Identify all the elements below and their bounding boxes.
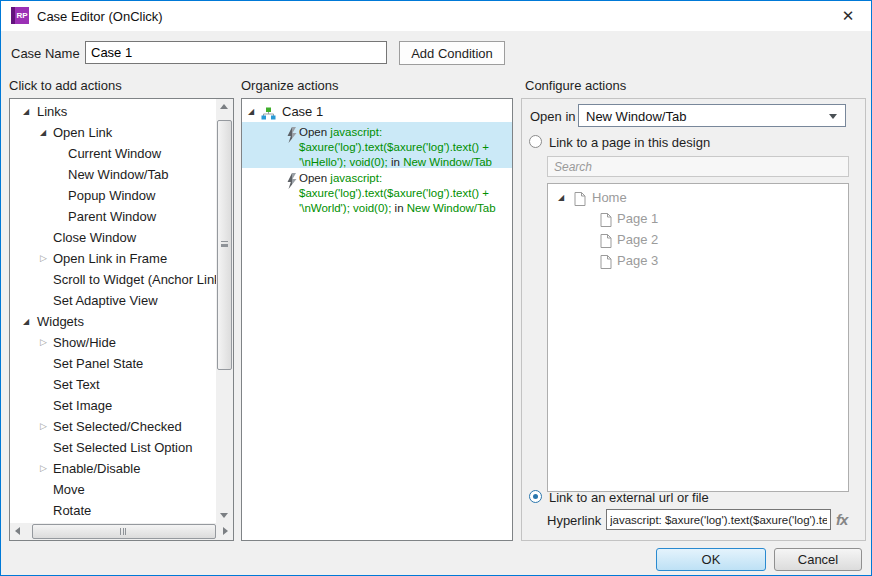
action-connector: in <box>391 156 400 168</box>
tree-item-show-hide[interactable]: ▷Show/Hide <box>10 332 216 353</box>
tree-item-label: Links <box>37 101 67 122</box>
hyperlink-input[interactable] <box>606 509 831 530</box>
tree-item-set-panel-state[interactable]: Set Panel State <box>10 353 216 374</box>
expand-icon[interactable]: ◢ <box>23 101 29 122</box>
tree-item-label: Popup Window <box>68 185 155 206</box>
page-label: Page 2 <box>617 229 658 250</box>
tree-item-label: Set Adaptive View <box>53 290 158 311</box>
scroll-up-arrow[interactable] <box>216 99 233 115</box>
vertical-scrollbar-thumb[interactable] <box>217 120 232 370</box>
tree-item-set-text[interactable]: Set Text <box>10 374 216 395</box>
tree-item-label: Set Selected List Option <box>53 437 192 458</box>
search-input[interactable] <box>547 156 849 177</box>
actions-column-header: Click to add actions <box>9 78 122 93</box>
case-tree-item[interactable]: ◢ Case 1 <box>242 101 512 122</box>
hyperlink-label: Hyperlink <box>547 513 601 528</box>
scroll-left-arrow[interactable] <box>10 523 26 540</box>
organize-actions-list: ◢ Case 1 Open javascript: $axure('log') <box>241 98 513 541</box>
link-to-page-label: Link to a page in this design <box>549 135 710 150</box>
tree-item-label: Scroll to Widget (Anchor Link) <box>53 269 216 290</box>
actions-tree: ◢Links ◢Open Link Current Window New Win… <box>9 98 234 541</box>
collapse-icon[interactable]: ▷ <box>40 248 47 269</box>
scroll-down-arrow[interactable] <box>216 507 233 523</box>
tree-item-close-window[interactable]: Close Window <box>10 227 216 248</box>
lightning-bolt-icon <box>286 173 298 193</box>
tree-item-set-image[interactable]: Set Image <box>10 395 216 416</box>
action-item-open-hello[interactable]: Open javascript: $axure('log').text($axu… <box>242 122 512 168</box>
tree-item-set-selected-checked[interactable]: ▷Set Selected/Checked <box>10 416 216 437</box>
collapse-icon[interactable]: ▷ <box>40 458 47 479</box>
tree-item-popup-window[interactable]: Popup Window <box>10 185 216 206</box>
chevron-down-icon <box>829 114 837 119</box>
page-icon <box>600 254 612 275</box>
action-verb: Open <box>299 126 327 138</box>
page-tree-item-page3[interactable]: Page 3 <box>548 250 848 271</box>
page-label: Home <box>592 187 627 208</box>
tree-item-label: Widgets <box>37 311 84 332</box>
case-editor-dialog: RP Case Editor (OnClick) ✕ Case Name Add… <box>0 0 872 576</box>
tree-item-new-window-tab[interactable]: New Window/Tab <box>10 164 216 185</box>
page-tree-item-page2[interactable]: Page 2 <box>548 229 848 250</box>
tree-item-enable-disable[interactable]: ▷Enable/Disable <box>10 458 216 479</box>
action-item-open-world[interactable]: Open javascript: $axure('log').text($axu… <box>242 168 512 214</box>
close-icon[interactable]: ✕ <box>837 6 859 26</box>
tree-item-label: Move <box>53 479 85 500</box>
tree-item-rotate[interactable]: Rotate <box>10 500 216 521</box>
tree-item-parent-window[interactable]: Parent Window <box>10 206 216 227</box>
tree-item-move[interactable]: Move <box>10 479 216 500</box>
tree-item-links[interactable]: ◢Links <box>10 101 216 122</box>
link-to-page-radio[interactable] <box>529 135 542 148</box>
horizontal-scrollbar[interactable] <box>10 523 233 540</box>
configure-column-header: Configure actions <box>525 78 626 93</box>
action-verb: Open <box>299 172 327 184</box>
configure-actions-panel: Open in New Window/Tab Link to a page in… <box>521 98 866 541</box>
page-tree-item-home[interactable]: ◢ Home <box>548 187 848 208</box>
title-bar[interactable]: RP Case Editor (OnClick) ✕ <box>1 1 871 31</box>
add-condition-button[interactable]: Add Condition <box>399 41 505 65</box>
action-target: New Window/Tab <box>407 202 496 214</box>
link-to-external-label: Link to an external url or file <box>549 490 709 505</box>
lightning-bolt-icon <box>286 127 298 147</box>
collapse-icon[interactable]: ▷ <box>40 416 47 437</box>
tree-item-open-link-in-frame[interactable]: ▷Open Link in Frame <box>10 248 216 269</box>
cancel-button[interactable]: Cancel <box>774 548 862 571</box>
tree-item-label: Enable/Disable <box>53 458 140 479</box>
open-in-label: Open in <box>530 109 576 124</box>
expand-icon[interactable]: ◢ <box>23 311 29 332</box>
tree-item-label: Set Text <box>53 374 100 395</box>
horizontal-scrollbar-thumb[interactable] <box>32 524 216 539</box>
tree-item-label: New Window/Tab <box>68 164 168 185</box>
case-name-input[interactable] <box>85 41 387 64</box>
tree-item-scroll-to-widget[interactable]: Scroll to Widget (Anchor Link) <box>10 269 216 290</box>
tree-item-widgets[interactable]: ◢Widgets <box>10 311 216 332</box>
page-tree-item-page1[interactable]: Page 1 <box>548 208 848 229</box>
tree-item-label: Parent Window <box>68 206 156 227</box>
fx-function-icon[interactable]: fx <box>836 511 847 528</box>
organize-column-header: Organize actions <box>241 78 339 93</box>
page-label: Page 3 <box>617 250 658 271</box>
link-to-external-radio[interactable] <box>529 490 542 503</box>
expand-icon[interactable]: ◢ <box>40 122 46 143</box>
ok-button[interactable]: OK <box>656 548 766 571</box>
page-label: Page 1 <box>617 208 658 229</box>
tree-item-set-selected-list-option[interactable]: Set Selected List Option <box>10 437 216 458</box>
window-title: Case Editor (OnClick) <box>37 9 163 24</box>
tree-item-label: Set Panel State <box>53 353 143 374</box>
expand-icon[interactable]: ◢ <box>248 101 254 122</box>
scroll-right-arrow[interactable] <box>217 523 233 540</box>
tree-item-label: Rotate <box>53 500 91 521</box>
tree-item-current-window[interactable]: Current Window <box>10 143 216 164</box>
action-description: Open javascript: $axure('log').text($axu… <box>299 125 511 170</box>
case-label: Case 1 <box>282 101 323 122</box>
vertical-scrollbar[interactable] <box>216 99 233 523</box>
action-target: New Window/Tab <box>403 156 492 168</box>
collapse-icon[interactable]: ▷ <box>40 332 47 353</box>
open-in-value: New Window/Tab <box>586 107 686 126</box>
tree-item-set-adaptive-view[interactable]: Set Adaptive View <box>10 290 216 311</box>
tree-item-label: Show/Hide <box>53 332 116 353</box>
expand-icon[interactable]: ◢ <box>558 187 564 208</box>
case-name-label: Case Name <box>11 46 80 61</box>
tree-item-open-link[interactable]: ◢Open Link <box>10 122 216 143</box>
tree-item-label: Close Window <box>53 227 136 248</box>
open-in-dropdown[interactable]: New Window/Tab <box>578 104 846 127</box>
